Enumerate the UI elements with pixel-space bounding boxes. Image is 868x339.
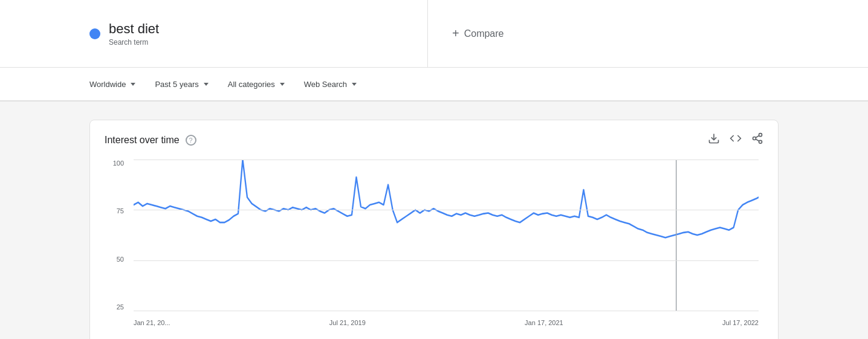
location-chevron-icon bbox=[131, 83, 135, 86]
svg-point-2 bbox=[753, 137, 756, 140]
grid-lines bbox=[134, 160, 759, 311]
download-icon[interactable] bbox=[708, 132, 720, 147]
top-bar: best diet Search term + Compare bbox=[0, 0, 868, 68]
chart-area: 100 75 50 25 bbox=[105, 160, 763, 329]
location-filter[interactable]: Worldwide bbox=[89, 75, 145, 94]
chart-header: Interest over time ? bbox=[105, 132, 763, 147]
grid-line-25 bbox=[134, 311, 759, 311]
svg-line-4 bbox=[756, 139, 759, 141]
y-label-25: 25 bbox=[117, 303, 124, 311]
search-term-block: best diet Search term bbox=[89, 0, 428, 67]
x-label-4: Jul 17, 2022 bbox=[722, 319, 759, 326]
chart-title-row: Interest over time ? bbox=[105, 135, 196, 146]
grid-line-100 bbox=[134, 160, 759, 160]
search-type-filter-label: Web Search bbox=[304, 80, 347, 89]
categories-chevron-icon bbox=[280, 83, 285, 86]
grid-line-50 bbox=[134, 260, 759, 261]
svg-line-5 bbox=[756, 135, 759, 137]
time-range-filter-label: Past 5 years bbox=[155, 80, 198, 89]
y-axis-labels: 100 75 50 25 bbox=[105, 160, 129, 311]
chart-plot bbox=[134, 160, 759, 311]
help-icon-label: ? bbox=[189, 137, 193, 144]
embed-icon[interactable] bbox=[730, 132, 742, 147]
search-term-dot bbox=[89, 28, 100, 39]
svg-point-1 bbox=[759, 134, 762, 137]
location-filter-label: Worldwide bbox=[89, 80, 126, 89]
x-label-3: Jan 17, 2021 bbox=[525, 319, 563, 326]
help-icon[interactable]: ? bbox=[186, 135, 196, 146]
search-type-chevron-icon bbox=[352, 83, 357, 86]
filter-bar: Worldwide Past 5 years All categories We… bbox=[0, 68, 868, 102]
share-icon[interactable] bbox=[751, 132, 763, 147]
compare-button[interactable]: + Compare bbox=[428, 27, 528, 40]
y-label-50: 50 bbox=[117, 256, 124, 263]
x-axis-labels: Jan 21, 20... Jul 21, 2019 Jan 17, 2021 … bbox=[134, 317, 759, 329]
time-range-chevron-icon bbox=[204, 83, 209, 86]
main-content: Interest over time ? bbox=[0, 102, 868, 339]
search-term-label: Search term bbox=[109, 38, 159, 47]
compare-plus-icon: + bbox=[452, 27, 459, 40]
categories-filter[interactable]: All categories bbox=[228, 75, 294, 94]
x-label-2: Jul 21, 2019 bbox=[329, 319, 366, 326]
grid-line-75 bbox=[134, 210, 759, 210]
chart-actions bbox=[708, 132, 763, 147]
y-label-75: 75 bbox=[117, 207, 124, 215]
search-term-info: best diet Search term bbox=[109, 21, 159, 47]
svg-point-3 bbox=[759, 140, 762, 143]
search-type-filter[interactable]: Web Search bbox=[304, 75, 366, 94]
y-label-100: 100 bbox=[113, 160, 124, 167]
x-label-1: Jan 21, 20... bbox=[134, 319, 170, 326]
compare-label: Compare bbox=[464, 28, 504, 39]
chart-title: Interest over time bbox=[105, 135, 180, 146]
categories-filter-label: All categories bbox=[228, 80, 275, 89]
search-term-name: best diet bbox=[109, 21, 159, 37]
chart-card: Interest over time ? bbox=[89, 120, 779, 339]
time-range-filter[interactable]: Past 5 years bbox=[155, 75, 218, 94]
